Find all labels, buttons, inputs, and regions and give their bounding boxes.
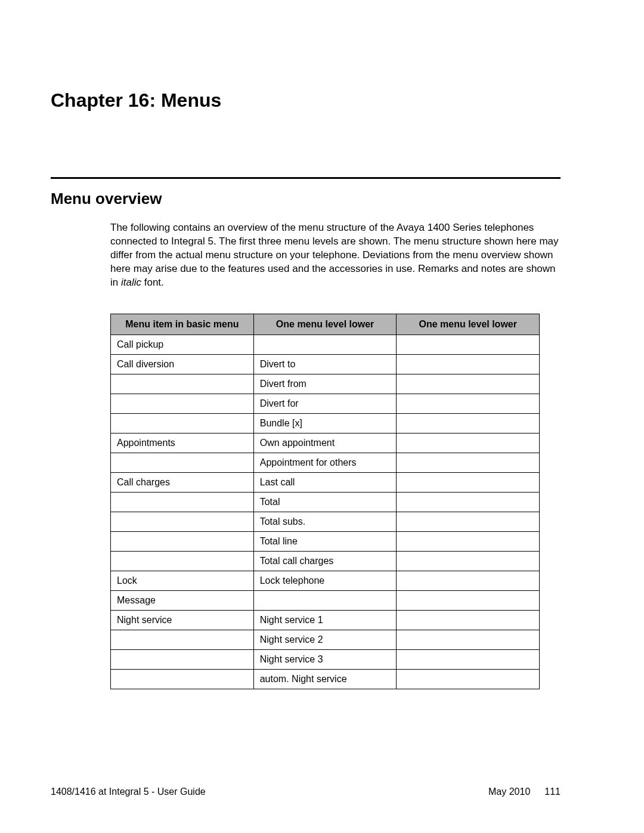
table-cell: Bundle [x] [253, 413, 397, 433]
table-cell: Total line [253, 531, 397, 551]
table-cell [397, 531, 540, 551]
table-cell: Night service 2 [253, 630, 397, 649]
table-cell [397, 453, 540, 472]
table-cell [397, 413, 540, 433]
table-cell [397, 335, 540, 354]
table-cell: Appointment for others [253, 453, 397, 472]
table-row: Total subs. [111, 512, 540, 531]
table-cell [111, 630, 254, 649]
table-row: Bundle [x] [111, 413, 540, 433]
table-cell: Total [253, 492, 397, 512]
table-cell: Appointments [111, 433, 254, 453]
table-header-cell: One menu level lower [253, 314, 397, 335]
table-row: Night service 2 [111, 630, 540, 649]
table-cell: Own appointment [253, 433, 397, 453]
table-cell [397, 630, 540, 649]
table-cell [111, 531, 254, 551]
table-header-cell: One menu level lower [397, 314, 540, 335]
table-cell [397, 492, 540, 512]
document-page: Chapter 16: Menus Menu overview The foll… [0, 0, 644, 833]
table-row: Call pickup [111, 335, 540, 354]
section-rule [51, 177, 561, 179]
table-row: LockLock telephone [111, 571, 540, 590]
table-cell [397, 610, 540, 630]
table-row: Divert for [111, 394, 540, 413]
table-row: AppointmentsOwn appointment [111, 433, 540, 453]
table-cell [397, 394, 540, 413]
footer-date: May 2010 [488, 786, 530, 797]
table-cell [111, 669, 254, 689]
table-cell: Night service 3 [253, 649, 397, 669]
table-cell [111, 492, 254, 512]
table-cell [111, 649, 254, 669]
table-cell [397, 669, 540, 689]
table-row: Total line [111, 531, 540, 551]
table-cell [111, 413, 254, 433]
table-cell: Total call charges [253, 551, 397, 571]
table-cell: Night service 1 [253, 610, 397, 630]
table-cell: Total subs. [253, 512, 397, 531]
table-row: Message [111, 590, 540, 610]
table-cell: Last call [253, 472, 397, 492]
table-cell: Message [111, 590, 254, 610]
section-paragraph: The following contains an overview of th… [110, 221, 561, 290]
table-cell [397, 551, 540, 571]
footer-left: 1408/1416 at Integral 5 - User Guide [51, 786, 206, 797]
table-cell: Divert to [253, 354, 397, 374]
paragraph-text-post: font. [141, 277, 164, 288]
table-cell: Divert for [253, 394, 397, 413]
table-row: Divert from [111, 374, 540, 394]
table-cell [111, 374, 254, 394]
table-row: Call diversionDivert to [111, 354, 540, 374]
table-cell: Lock [111, 571, 254, 590]
table-row: Night serviceNight service 1 [111, 610, 540, 630]
table-cell [111, 551, 254, 571]
table-cell [397, 571, 540, 590]
table-cell: Divert from [253, 374, 397, 394]
table-cell: Call diversion [111, 354, 254, 374]
footer-right: May 2010 111 [488, 786, 561, 797]
menu-table: Menu item in basic menu One menu level l… [110, 314, 540, 689]
footer-page-number: 111 [544, 786, 561, 797]
table-cell: Lock telephone [253, 571, 397, 590]
table-cell: Call pickup [111, 335, 254, 354]
table-header-cell: Menu item in basic menu [111, 314, 254, 335]
table-cell [397, 433, 540, 453]
table-row: Call chargesLast call [111, 472, 540, 492]
table-cell [397, 472, 540, 492]
chapter-title: Chapter 16: Menus [51, 89, 561, 112]
table-cell [397, 590, 540, 610]
section-title: Menu overview [51, 190, 561, 208]
table-header-row: Menu item in basic menu One menu level l… [111, 314, 540, 335]
paragraph-text-italic: italic [121, 277, 141, 288]
table-cell [397, 374, 540, 394]
table-row: Total call charges [111, 551, 540, 571]
table-cell: Call charges [111, 472, 254, 492]
table-cell [111, 512, 254, 531]
table-cell: autom. Night service [253, 669, 397, 689]
table-row: Night service 3 [111, 649, 540, 669]
table-row: autom. Night service [111, 669, 540, 689]
table-cell: Night service [111, 610, 254, 630]
table-row: Total [111, 492, 540, 512]
table-cell [111, 394, 254, 413]
page-footer: 1408/1416 at Integral 5 - User Guide May… [51, 786, 561, 797]
table-cell [253, 590, 397, 610]
table-cell [397, 512, 540, 531]
table-cell [253, 335, 397, 354]
table-cell [397, 649, 540, 669]
table-cell [111, 453, 254, 472]
paragraph-text-pre: The following contains an overview of th… [110, 222, 559, 288]
table-row: Appointment for others [111, 453, 540, 472]
table-cell [397, 354, 540, 374]
